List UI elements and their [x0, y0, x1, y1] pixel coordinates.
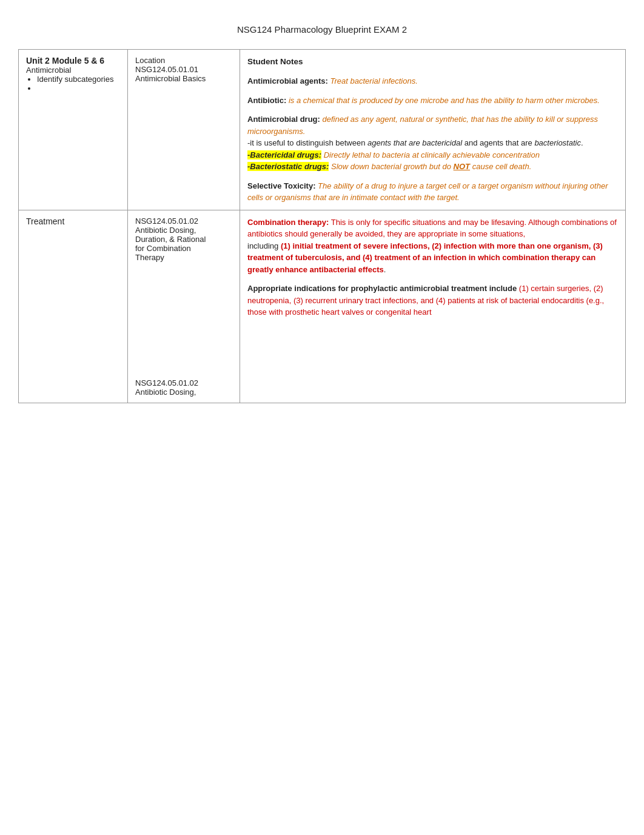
- selective-toxicity-label: Selective Toxicity:: [247, 181, 315, 190]
- distinguish-agents: agents that are: [367, 138, 422, 147]
- antibiotic-label: Antibiotic:: [247, 96, 286, 105]
- unit-sub: Antimicrobial: [26, 65, 120, 75]
- combination-therapy-including: including: [247, 241, 281, 250]
- location-desc-2d: Therapy: [135, 253, 232, 262]
- location-desc-2a: Antibiotic Dosing,: [135, 226, 232, 235]
- bactericidal-word: bactericidal: [422, 138, 462, 147]
- bactericidal-drugs-text: Directly lethal to bacteria at clinicall…: [321, 150, 540, 159]
- distinguish-text1: -it is useful to distinguish between: [247, 138, 367, 147]
- bacteriostatic-word: bacteriostatic: [534, 138, 581, 147]
- col2-header-cell: Location NSG124.05.01.01 Antimicrobial B…: [128, 50, 240, 210]
- prophylactic-label: Appropriate indications for prophylactic…: [247, 284, 517, 293]
- bacteriostatic-drugs-label: -Bacteriostatic drugs:: [247, 162, 329, 171]
- antimicrobial-agents-text: Treat bacterial infections.: [330, 76, 418, 86]
- bacteriostatic-drugs-text: Slow down bacterial growth but do: [329, 162, 453, 171]
- combination-therapy-para: Combination therapy: This is only for sp…: [247, 216, 618, 276]
- col3-treatment-cell: Combination therapy: This is only for sp…: [240, 210, 626, 403]
- antibiotic-text: is a chemical that is produced by one mi…: [289, 96, 600, 105]
- main-table: Unit 2 Module 5 & 6 Antimicrobial Identi…: [18, 49, 626, 403]
- combination-therapy-list: (1) initial treatment of severe infectio…: [247, 241, 603, 274]
- location-code-2: NSG124.05.01.02: [135, 216, 232, 226]
- bullet-item-2: [37, 84, 120, 93]
- selective-toxicity-para: Selective Toxicity: The ability of a dru…: [247, 180, 618, 204]
- antimicrobial-drug-label: Antimicrobial drug:: [247, 115, 320, 124]
- bactericidal-drugs-label: -Bactericidal drugs:: [247, 150, 321, 159]
- notes-section-header: Student Notes: [247, 56, 618, 68]
- location-label: Location: [135, 56, 232, 65]
- bacteriostatic-end: cause cell death.: [470, 162, 531, 171]
- antimicrobial-agents-label: Antimicrobial agents:: [247, 76, 328, 86]
- location-desc-3a: Antibiotic Dosing,: [135, 387, 232, 397]
- not-word: NOT: [454, 162, 470, 171]
- combination-therapy-label: Combination therapy:: [247, 218, 329, 227]
- notes-header-label: Student Notes: [247, 57, 303, 66]
- col2-treatment-cell: NSG124.05.01.02 Antibiotic Dosing, Durat…: [128, 210, 240, 403]
- antimicrobial-drug-para: Antimicrobial drug: defined as any agent…: [247, 113, 618, 173]
- distinguish-text3: .: [581, 138, 583, 147]
- distinguish-text2: and agents that are: [462, 138, 534, 147]
- bullet-item-1: Identify subcategories: [37, 75, 120, 84]
- col1-header-cell: Unit 2 Module 5 & 6 Antimicrobial Identi…: [19, 50, 128, 210]
- col1-treatment-cell: Treatment: [19, 210, 128, 403]
- treatment-label: Treatment: [26, 216, 120, 226]
- location-code-3: NSG124.05.01.02: [135, 378, 232, 387]
- location-code-1: NSG124.05.01.01: [135, 65, 232, 74]
- combination-period: .: [384, 265, 386, 274]
- unit-header: Unit 2 Module 5 & 6: [26, 56, 120, 65]
- antibiotic-para: Antibiotic: is a chemical that is produc…: [247, 95, 618, 107]
- col3-header-cell: Student Notes Antimicrobial agents: Trea…: [240, 50, 626, 210]
- location-desc-1: Antimicrobial Basics: [135, 74, 232, 83]
- location-desc-2c: for Combination: [135, 244, 232, 253]
- prophylactic-para: Appropriate indications for prophylactic…: [247, 283, 618, 318]
- unit-bullet-list: Identify subcategories: [26, 75, 120, 93]
- location-desc-2b: Duration, & Rational: [135, 235, 232, 244]
- antimicrobial-agents-para: Antimicrobial agents: Treat bacterial in…: [247, 75, 618, 87]
- page-title: NSG124 Pharmacology Blueprint EXAM 2: [18, 24, 626, 35]
